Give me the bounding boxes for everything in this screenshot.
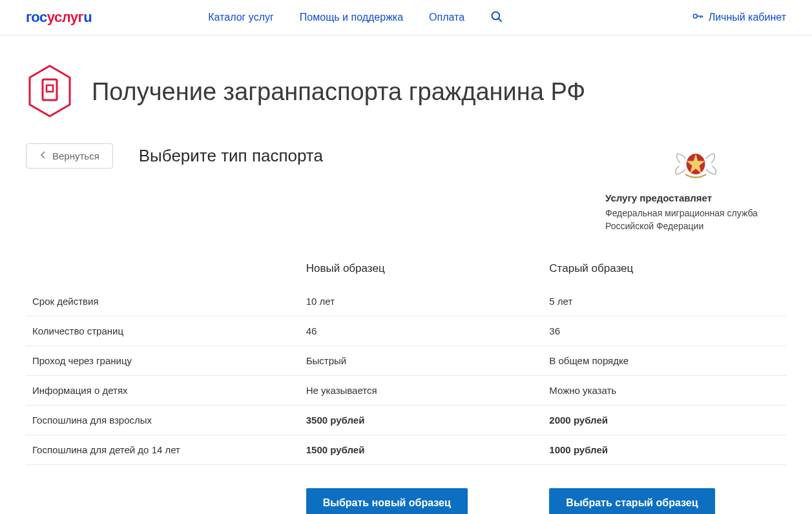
site-logo[interactable]: госуслугu — [26, 9, 92, 26]
fms-emblem-icon — [670, 143, 722, 185]
row-new-value: 3500 рублей — [300, 406, 543, 435]
personal-cabinet-link[interactable]: Личный кабинет — [692, 10, 786, 25]
back-button[interactable]: Вернуться — [26, 143, 113, 169]
row-attr-label: Госпошлина для детей до 14 лет — [26, 435, 300, 465]
row-old-value: Можно указать — [543, 376, 786, 406]
chevron-left-icon — [39, 150, 46, 161]
provider-label: Услугу предоставляет — [605, 192, 786, 203]
logo-part-gos: гос — [26, 9, 47, 25]
logo-part-uslug: услуг — [47, 9, 84, 25]
back-label: Вернуться — [52, 150, 99, 161]
table-row: Срок действия10 лет5 лет — [26, 287, 786, 316]
choose-old-button[interactable]: Выбрать старый образец — [549, 488, 714, 514]
provider-name: Федеральная миграционная служба Российск… — [605, 207, 786, 232]
search-icon[interactable] — [490, 10, 503, 25]
row-old-value: 2000 рублей — [543, 406, 786, 435]
passport-compare-table: Новый образец Старый образец Срок действ… — [26, 253, 786, 514]
logo-part-u: u — [83, 9, 92, 25]
table-row: Госпошлина для детей до 14 лет1500 рубле… — [26, 435, 786, 465]
svg-point-2 — [693, 14, 697, 18]
row-new-value: 1500 рублей — [300, 435, 543, 465]
service-provider-box: Услугу предоставляет Федеральная миграци… — [605, 143, 786, 232]
nav-help[interactable]: Помощь и поддержка — [300, 12, 403, 23]
svg-point-0 — [492, 12, 500, 19]
row-new-value: Быстрый — [300, 346, 543, 376]
passport-hex-icon — [26, 64, 74, 120]
row-attr-label: Информация о детях — [26, 376, 300, 406]
nav-catalog[interactable]: Каталог услуг — [208, 12, 274, 23]
section-subtitle: Выберите тип паспорта — [139, 143, 579, 166]
table-row: Проход через границуБыстрыйВ общем поряд… — [26, 346, 786, 376]
svg-rect-8 — [47, 85, 53, 92]
row-old-value: 1000 рублей — [543, 435, 786, 465]
table-header-attr — [26, 253, 300, 287]
page-header: Получение загранпаспорта гражданина РФ — [26, 36, 786, 143]
row-new-value: 10 лет — [300, 287, 543, 316]
row-attr-label: Проход через границу — [26, 346, 300, 376]
main-nav: Каталог услуг Помощь и поддержка Оплата — [208, 10, 503, 25]
table-row: Информация о детяхНе указываетсяМожно ук… — [26, 376, 786, 406]
choose-new-button[interactable]: Выбрать новый образец — [306, 488, 468, 514]
row-new-value: 46 — [300, 316, 543, 346]
cabinet-label: Личный кабинет — [709, 12, 786, 23]
row-attr-label: Количество страниц — [26, 316, 300, 346]
row-new-value: Не указывается — [300, 376, 543, 406]
table-header-new: Новый образец — [300, 253, 543, 287]
row-attr-label: Госпошлина для взрослых — [26, 406, 300, 435]
row-old-value: В общем порядке — [543, 346, 786, 376]
site-header: госуслугu Каталог услуг Помощь и поддерж… — [0, 0, 812, 36]
table-row: Госпошлина для взрослых3500 рублей2000 р… — [26, 406, 786, 435]
nav-payment[interactable]: Оплата — [429, 12, 464, 23]
row-old-value: 36 — [543, 316, 786, 346]
table-header-old: Старый образец — [543, 253, 786, 287]
row-old-value: 5 лет — [543, 287, 786, 316]
key-icon — [692, 10, 703, 25]
table-row: Количество страниц4636 — [26, 316, 786, 346]
svg-line-1 — [499, 18, 502, 21]
svg-rect-7 — [43, 79, 57, 100]
row-attr-label: Срок действия — [26, 287, 300, 316]
page-title: Получение загранпаспорта гражданина РФ — [92, 78, 585, 106]
